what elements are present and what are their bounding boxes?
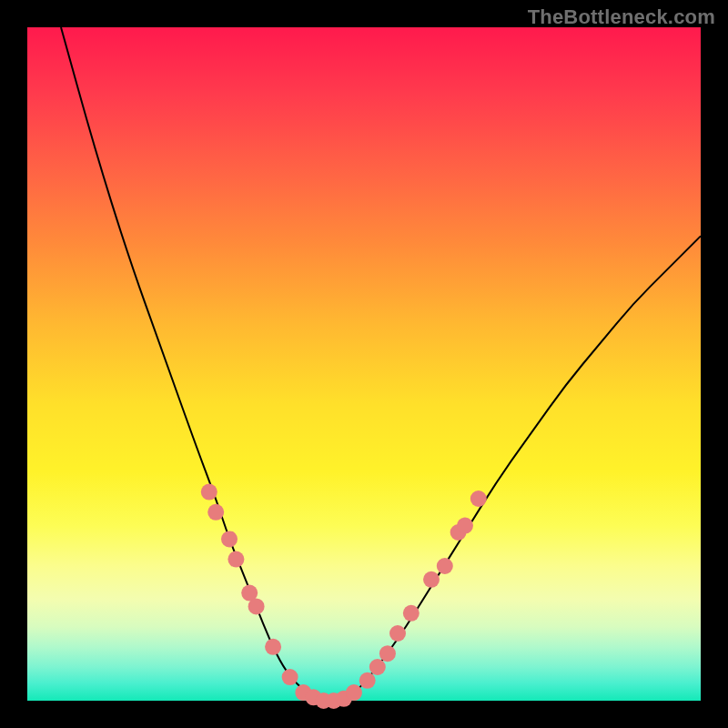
data-dot: [207, 504, 224, 521]
chart-frame: TheBottleneck.com: [0, 0, 728, 728]
data-dot: [221, 531, 238, 547]
data-dot: [389, 625, 406, 642]
data-dot: [265, 639, 281, 655]
data-dot: [359, 672, 376, 689]
data-dot: [423, 571, 440, 588]
plot-area: [27, 27, 701, 701]
data-dot: [403, 605, 420, 622]
data-dot: [369, 659, 386, 675]
data-dot: [228, 551, 244, 568]
data-dot: [437, 558, 453, 574]
data-dot: [379, 645, 396, 662]
data-dot: [457, 518, 473, 534]
data-dot: [470, 490, 487, 507]
data-dot: [201, 484, 217, 500]
chart-svg: [27, 27, 701, 701]
watermark-text: TheBottleneck.com: [528, 5, 715, 29]
data-dot: [282, 669, 298, 685]
data-dots: [201, 484, 487, 709]
bottleneck-curve: [61, 27, 701, 701]
data-dot: [248, 598, 265, 614]
data-dot: [346, 684, 362, 701]
